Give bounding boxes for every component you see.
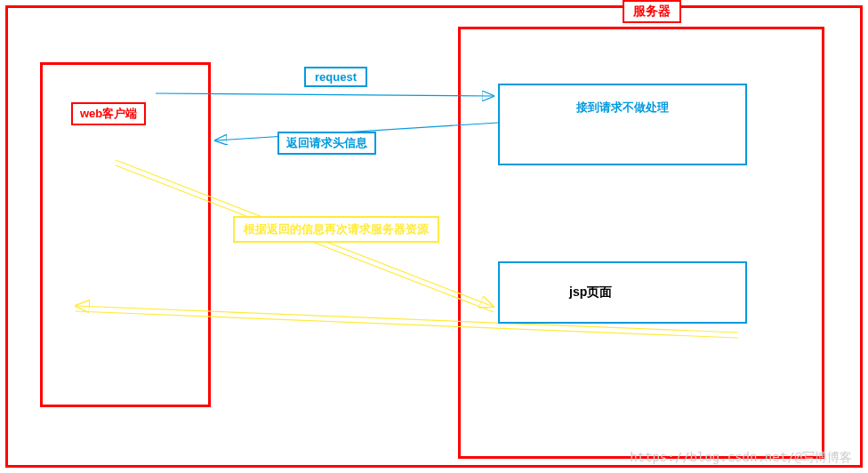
jsp-label: jsp页面 xyxy=(569,285,612,301)
noprocess-label: 接到请求不做处理 xyxy=(576,100,669,116)
retry-request-label: 根据返回的信息再次请求服务器资源 xyxy=(233,216,439,243)
client-label: web客户端 xyxy=(71,102,146,125)
request-label: request xyxy=(304,67,367,87)
noprocess-box xyxy=(498,84,747,165)
jsp-box xyxy=(498,261,747,324)
watermark-text: https://blog.csdn.net/@写博博客 xyxy=(630,450,852,466)
return-header-label: 返回请求头信息 xyxy=(277,132,376,155)
server-label: 服务器 xyxy=(623,0,681,23)
